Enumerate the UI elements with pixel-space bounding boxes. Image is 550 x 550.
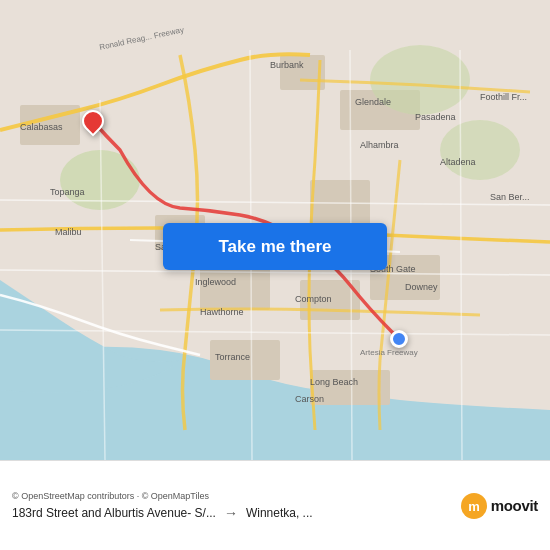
svg-text:Carson: Carson [295, 394, 324, 404]
svg-point-13 [440, 120, 520, 180]
svg-text:Artesia Freeway: Artesia Freeway [360, 348, 418, 357]
bottom-bar: © OpenStreetMap contributors · © OpenMap… [0, 460, 550, 550]
pin-head [77, 105, 108, 136]
svg-text:m: m [468, 499, 480, 514]
svg-text:Topanga: Topanga [50, 187, 85, 197]
svg-text:Burbank: Burbank [270, 60, 304, 70]
route-from: 183rd Street and Alburtis Avenue- S/... [12, 506, 216, 520]
svg-text:Alhambra: Alhambra [360, 140, 399, 150]
route-arrow-icon: → [224, 505, 238, 521]
map-area: Calabasas Burbank Glendale Pasadena Alha… [0, 0, 550, 460]
svg-text:Foothill Fr...: Foothill Fr... [480, 92, 527, 102]
svg-text:Calabasas: Calabasas [20, 122, 63, 132]
origin-marker [390, 330, 408, 348]
svg-text:San Ber...: San Ber... [490, 192, 530, 202]
route-to: Winnetka, ... [246, 506, 313, 520]
osm-credits: © OpenStreetMap contributors · © OpenMap… [12, 491, 454, 501]
svg-text:Long Beach: Long Beach [310, 377, 358, 387]
svg-text:Hawthorne: Hawthorne [200, 307, 244, 317]
svg-text:Torrance: Torrance [215, 352, 250, 362]
route-row: 183rd Street and Alburtis Avenue- S/... … [12, 505, 454, 521]
svg-text:Malibu: Malibu [55, 227, 82, 237]
svg-text:Downey: Downey [405, 282, 438, 292]
take-me-there-button[interactable]: Take me there [163, 223, 387, 270]
svg-text:Compton: Compton [295, 294, 332, 304]
app-container: Calabasas Burbank Glendale Pasadena Alha… [0, 0, 550, 550]
svg-text:Altadena: Altadena [440, 157, 476, 167]
moovit-logo-area: m moovit [460, 492, 538, 520]
destination-marker [82, 110, 104, 132]
bottom-left: © OpenStreetMap contributors · © OpenMap… [12, 491, 454, 521]
moovit-text: moovit [491, 497, 538, 514]
moovit-icon: m [460, 492, 488, 520]
svg-text:Inglewood: Inglewood [195, 277, 236, 287]
svg-text:Glendale: Glendale [355, 97, 391, 107]
moovit-logo: m moovit [460, 492, 538, 520]
svg-text:Pasadena: Pasadena [415, 112, 456, 122]
